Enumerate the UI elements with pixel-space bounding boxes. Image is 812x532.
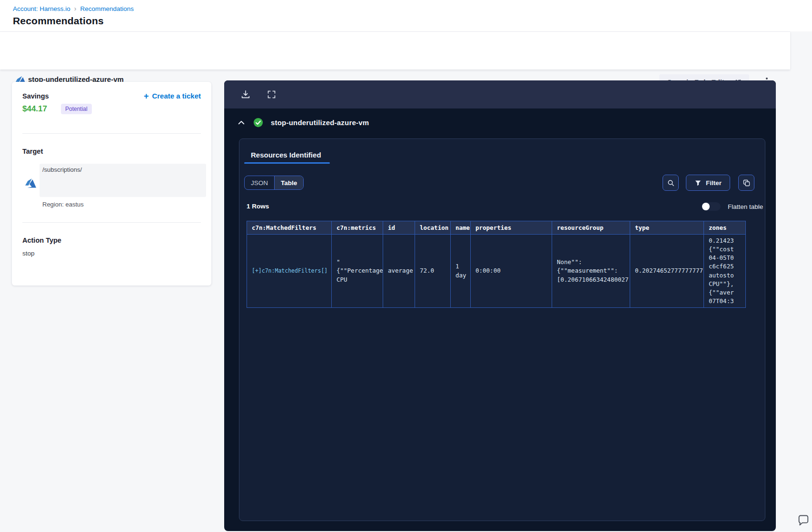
potential-badge: Potential	[61, 104, 92, 114]
column-header[interactable]: c7n:metrics	[331, 221, 383, 235]
create-ticket-label: Create a ticket	[152, 92, 201, 100]
json-view-button[interactable]: JSON	[245, 176, 274, 189]
cell-metrics: " {""Percentage CPU	[331, 235, 383, 308]
savings-label: Savings	[22, 92, 49, 100]
column-header[interactable]: properties	[470, 221, 552, 235]
filter-button[interactable]: Filter	[686, 175, 730, 191]
search-icon[interactable]	[663, 175, 679, 191]
target-path: /subscriptions/	[42, 166, 82, 173]
plus-icon: +	[144, 93, 149, 99]
azure-icon	[25, 178, 36, 188]
column-header[interactable]: resourceGroup	[552, 221, 630, 235]
breadcrumb: Account: Harness.io › Recommendations	[13, 5, 134, 12]
download-icon[interactable]	[240, 89, 251, 100]
cell-name: 1 day	[450, 235, 470, 308]
success-check-icon	[253, 118, 263, 128]
savings-amount: $44.17	[22, 104, 47, 114]
action-type-label: Action Type	[22, 236, 61, 244]
tab-resources-identified[interactable]: Resources Identified	[251, 151, 321, 159]
cell-id: average	[383, 235, 415, 308]
page-title: Recommendations	[13, 15, 104, 27]
column-header[interactable]: c7n:MatchedFilters	[247, 221, 331, 235]
column-header[interactable]: id	[383, 221, 415, 235]
column-header[interactable]: type	[630, 221, 703, 235]
action-type-value: stop	[22, 250, 35, 257]
recommendation-header-card: stop-underutilized-azure-vm Last evaluat…	[0, 31, 790, 69]
breadcrumb-account-link[interactable]: Account: Harness.io	[13, 5, 70, 12]
panel-title: stop-underutilized-azure-vm	[271, 118, 369, 127]
resources-card: Resources Identified JSON Table Filter	[239, 138, 765, 521]
top-header: Account: Harness.io › Recommendations Re…	[0, 0, 812, 31]
column-header[interactable]: location	[415, 221, 450, 235]
column-header[interactable]: name	[450, 221, 470, 235]
target-region: Region: eastus	[42, 201, 84, 208]
column-header[interactable]: zones	[703, 221, 745, 235]
cell-type: 0.20274652777777777	[630, 235, 703, 308]
cell-resource-group: None"": {""measurement"": [0.20671066342…	[552, 235, 630, 308]
resources-table: c7n:MatchedFilters c7n:metrics id locati…	[247, 221, 746, 308]
feedback-bubble-icon[interactable]	[797, 514, 810, 527]
savings-card: Savings + Create a ticket $44.17 Potenti…	[12, 82, 211, 286]
cell-properties: 0:00:00	[470, 235, 552, 308]
tab-active-underline	[244, 162, 330, 164]
results-panel: stop-underutilized-azure-vm Resources Id…	[224, 80, 776, 531]
funnel-icon	[694, 179, 702, 187]
panel-toolbar	[224, 80, 776, 108]
filter-label: Filter	[706, 179, 722, 187]
table-view-button[interactable]: Table	[274, 176, 303, 189]
copy-icon[interactable]	[738, 175, 754, 191]
create-ticket-button[interactable]: + Create a ticket	[144, 92, 201, 100]
flatten-table-control: Flatten table	[702, 202, 763, 211]
fullscreen-icon[interactable]	[267, 89, 277, 99]
breadcrumb-chevron-icon: ›	[74, 5, 77, 12]
flatten-table-toggle[interactable]	[702, 202, 721, 211]
breadcrumb-recommendations-link[interactable]: Recommendations	[80, 5, 134, 12]
target-label: Target	[22, 148, 43, 155]
divider	[22, 222, 201, 223]
cell-location: 72.0	[415, 235, 450, 308]
collapse-chevron-icon[interactable]	[237, 118, 246, 127]
divider	[22, 133, 201, 134]
panel-title-row: stop-underutilized-azure-vm	[237, 118, 369, 128]
table-row: [+]c7n:MatchedFilters[] " {""Percentage …	[247, 235, 745, 308]
rows-count: 1 Rows	[247, 203, 269, 210]
matched-filters-expand-link[interactable]: [+]c7n:MatchedFilters[]	[247, 235, 331, 308]
cell-zones: 0.21423 {""cost 04-05T0 c6cf625 autosto …	[703, 235, 745, 308]
table-header-row: c7n:MatchedFilters c7n:metrics id locati…	[247, 221, 745, 235]
flatten-table-label: Flatten table	[728, 203, 763, 210]
view-mode-toggle: JSON Table	[244, 176, 304, 190]
